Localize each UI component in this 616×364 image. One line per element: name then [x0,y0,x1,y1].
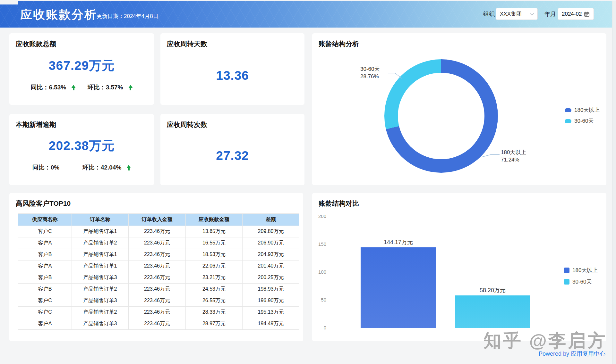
bar-legend: 180天以上 30-60天 [564,267,598,285]
risk-table: 供应商名称 订单名称 订单收入金额 应收账款金额 差额 客户C产品销售订单122… [18,213,299,330]
table-cell: 22.06万元 [186,261,243,272]
org-label: 组织 [483,10,495,18]
kpi-title: 本期新增逾期 [16,120,56,129]
table-cell: 223.46万元 [129,307,186,318]
table-header-cell: 应收账款金额 [186,214,243,226]
period-date-input[interactable]: 2024-02 [558,8,594,20]
table-cell: 223.46万元 [129,284,186,295]
chart-title: 账龄结构对比 [319,199,359,208]
scrollbar[interactable] [612,1,616,364]
arrow-up-icon [128,85,133,90]
table-header-cell: 差额 [243,214,299,226]
mom-metric: 环比：3.57% [88,83,133,92]
table-header-cell: 供应商名称 [18,214,72,226]
risk-table-body: 客户C产品销售订单1223.46万元13.65万元209.80万元客户A产品销售… [18,226,299,330]
table-cell: 24.53万元 [186,284,243,295]
legend-item-30-60[interactable]: 30-60天 [564,278,598,285]
table-cell: 产品销售订单2 [72,307,129,318]
table-cell: 195.13万元 [243,307,299,318]
kpi-card-new-overdue: 本期新增逾期 202.38万元 同比：0% 环比：42.04% [9,114,154,185]
yoy-label: 同比：6.53% [30,83,66,92]
table-cell: 200.25万元 [243,272,299,284]
kpi-value: 13.36 [160,69,304,83]
table-cell: 223.46万元 [129,272,186,284]
donut-label-name: 30-60天 [360,65,380,73]
table-cell: 客户C [18,307,72,318]
table-row: 客户C产品销售订单3223.46万元26.55万元196.90万元 [18,295,299,307]
table-cell: 223.46万元 [129,249,186,261]
table-cell: 223.46万元 [129,318,186,330]
y-axis-tick: 150 [312,241,326,247]
kpi-card-turnover-times: 应收周转次数 27.32 [160,114,304,185]
table-row: 客户A产品销售订单3223.46万元28.97万元194.49万元 [18,318,299,330]
table-row: 客户B产品销售订单2223.46万元24.53万元198.93万元 [18,284,299,295]
dashboard: 应收账款分析 更新日期：2024年4月8日 组织 XXX集团 年月 2024-0… [0,0,616,364]
window-top-strip [0,0,616,1]
table-cell: 13.65万元 [186,226,243,237]
table-cell: 产品销售订单1 [72,261,129,272]
table-header-row: 供应商名称 订单名称 订单收入金额 应收账款金额 差额 [18,214,299,226]
mom-metric: 环比：42.04% [82,163,131,172]
window-corner-block [0,0,18,4]
table-row: 客户C产品销售订单2223.46万元28.33万元195.13万元 [18,307,299,318]
table-cell: 客户A [18,261,72,272]
high-risk-customers-card: 高风险客户TOP10 供应商名称 订单名称 订单收入金额 应收账款金额 差额 客… [9,193,303,341]
table-cell: 产品销售订单3 [72,295,129,307]
table-cell: 客户B [18,249,72,261]
table-row: 客户A产品销售订单2223.46万元16.55万元206.90万元 [18,237,299,249]
x-axis-line [328,328,562,328]
mom-label: 环比：3.57% [88,83,123,92]
table-cell: 196.90万元 [243,295,299,307]
donut-label-30-60: 30-60天 28.76% [360,65,380,80]
table-cell: 28.33万元 [186,307,243,318]
table-cell: 产品销售订单1 [72,226,129,237]
legend-label: 180天以上 [574,106,600,114]
kpi-title: 应收账款总额 [16,39,56,48]
legend-label: 180天以上 [572,267,598,274]
y-axis-tick: 50 [312,297,326,302]
legend-marker [564,268,569,273]
bar-30-60 [455,295,530,328]
arrow-up-icon [126,165,131,170]
kpi-title: 应收周转天数 [167,39,207,48]
table-row: 客户B产品销售订单3223.46万元23.21万元200.25万元 [18,272,299,284]
table-cell: 28.97万元 [186,318,243,330]
legend-item-30-60[interactable]: 30-60天 [565,117,600,125]
header-bar: 应收账款分析 更新日期：2024年4月8日 组织 XXX集团 年月 2024-0… [0,0,616,28]
kpi-value: 202.38万元 [9,137,154,154]
table-header-cell: 订单名称 [72,214,129,226]
table-cell: 客户A [18,237,72,249]
table-cell: 客户A [18,318,72,330]
table-cell: 26.55万元 [186,295,243,307]
arrow-up-icon [71,85,76,90]
legend-label: 30-60天 [574,117,594,125]
period-date-value: 2024-02 [562,11,582,17]
risk-table-head: 供应商名称 订单名称 订单收入金额 应收账款金额 差额 [18,214,299,226]
legend-marker [564,279,569,285]
table-cell: 194.49万元 [243,318,299,330]
bar-value-label: 144.17万元 [361,238,436,246]
table-cell: 206.90万元 [243,237,299,249]
legend-item-180plus[interactable]: 180天以上 [565,106,600,114]
aging-structure-bar-card: 账龄结构对比 200 150 100 50 0 144.17万元 58.20万元… [312,193,606,341]
table-cell: 223.46万元 [129,295,186,307]
table-cell: 客户C [18,226,72,237]
bar-value-label: 58.20万元 [455,286,530,294]
kpi-metrics: 同比：0% 环比：42.04% [19,163,144,172]
powered-by-link[interactable]: Powered by 应用复用中心 [539,350,605,358]
legend-item-180plus[interactable]: 180天以上 [564,267,598,274]
table-cell: 23.21万元 [186,272,243,284]
org-select[interactable]: XXX集团 [496,8,538,20]
bar-180plus [361,247,436,328]
y-axis-tick: 100 [312,269,326,275]
table-cell: 客户B [18,272,72,284]
table-cell: 客户B [18,284,72,295]
table-cell: 客户C [18,295,72,307]
table-cell: 204.93万元 [243,249,299,261]
kpi-value: 27.32 [160,149,304,163]
table-row: 客户A产品销售订单1223.46万元22.06万元201.40万元 [18,261,299,272]
y-axis-tick: 200 [312,213,326,219]
kpi-metrics: 同比：6.53% 环比：3.57% [19,83,144,92]
kpi-card-turnover-days: 应收周转天数 13.36 [160,33,304,105]
table-row: 客户B产品销售订单1223.46万元18.53万元204.93万元 [18,249,299,261]
